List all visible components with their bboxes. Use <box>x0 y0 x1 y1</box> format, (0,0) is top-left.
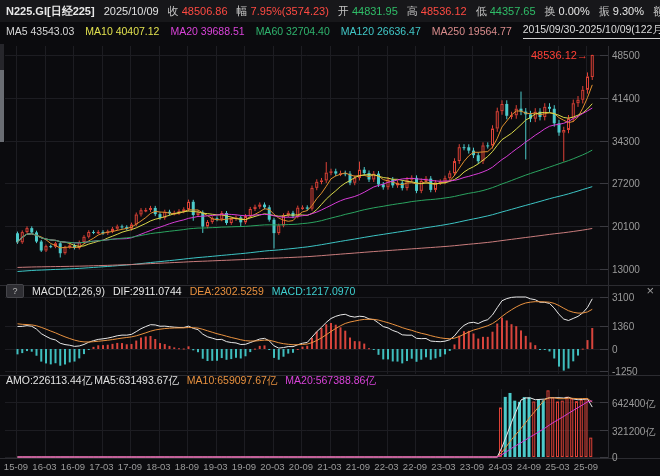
quote-field: 换0.00% <box>545 4 590 19</box>
price-axis-label: 34300 <box>612 136 640 147</box>
amo-ma5-value: MA5:631493.67亿 <box>94 374 179 388</box>
x-axis-label: 25-03 <box>545 461 569 472</box>
x-axis-label: 19-03 <box>203 461 227 472</box>
price-axis-label: 48500 <box>612 50 640 61</box>
price-axis-label: 41400 <box>612 93 640 104</box>
x-axis-label: 20-03 <box>260 461 284 472</box>
macd-dea-value: DEA:2302.5259 <box>190 285 264 297</box>
macd-axis-label: 0 <box>612 344 618 355</box>
symbol-name: N225.GI[日经225] <box>6 4 95 19</box>
left-scrollbar-fragment[interactable] <box>0 70 4 142</box>
x-axis: 15-0916-0316-0917-0317-0918-0318-0919-03… <box>0 461 660 476</box>
ma-legend-item: MA20 39688.51 <box>170 25 244 37</box>
quote-field: 额226113.44亿 <box>653 4 660 19</box>
x-axis-label: 24-09 <box>517 461 541 472</box>
amo-ma10-value: MA10:659097.67亿 <box>187 374 277 388</box>
macd-macd-value: MACD:1217.0970 <box>272 285 355 297</box>
x-axis-label: 17-03 <box>89 461 113 472</box>
help-icon[interactable]: ? <box>6 284 24 298</box>
ma-legend-item: MA10 40407.12 <box>85 25 159 37</box>
stock-chart-window: N225.GI[日经225] 2025/10/09 收48506.86幅7.95… <box>0 0 660 476</box>
ma-legend-item: MA250 19564.77 <box>432 25 512 37</box>
quote-date: 2025/10/09 <box>104 5 159 17</box>
amo-pane-header: AMO:226113.44亿 MA5:631493.67亿 MA10:65909… <box>0 375 660 387</box>
quote-field: 低44357.65 <box>476 4 536 19</box>
x-axis-label: 21-09 <box>346 461 370 472</box>
close-icon[interactable]: × <box>646 286 654 296</box>
quote-field: 收48506.86 <box>168 4 228 19</box>
macd-dif-value: DIF:2911.0744 <box>113 285 182 297</box>
quote-field: 振9.30% <box>599 4 644 19</box>
ma-legend-item: MA60 32704.40 <box>256 25 330 37</box>
last-price-annotation: 48536.12→ <box>531 49 588 61</box>
x-axis-label: 25-09 <box>574 461 598 472</box>
x-axis-label: 23-03 <box>431 461 455 472</box>
macd-title: MACD(12,26,9) <box>32 285 105 297</box>
x-axis-label: 15-09 <box>4 461 28 472</box>
x-axis-label: 22-09 <box>403 461 427 472</box>
ma-legend-item: MA5 43543.03 <box>6 25 74 37</box>
ma-legend-item: MA120 26636.47 <box>341 25 421 37</box>
macd-pane-header: ? MACD(12,26,9) DIF:2911.0744 DEA:2302.5… <box>0 284 660 297</box>
price-axis-label: 20100 <box>612 221 640 232</box>
ma-legend-bar: MA5 43543.03MA10 40407.12MA20 39688.51MA… <box>0 22 660 40</box>
x-axis-label: 23-09 <box>460 461 484 472</box>
ma-legend-items: MA5 43543.03MA10 40407.12MA20 39688.51MA… <box>6 25 512 37</box>
left-edge-panel <box>0 44 4 70</box>
x-axis-label: 21-03 <box>317 461 341 472</box>
quote-field: 幅7.95%(3574.23) <box>237 4 329 19</box>
x-axis-label: 22-03 <box>374 461 398 472</box>
quote-field: 开44831.95 <box>338 4 398 19</box>
date-range-selector[interactable]: 2015/09/30-2025/10/09(122月) <box>523 23 660 39</box>
x-axis-label: 17-09 <box>118 461 142 472</box>
price-axis-label: 27200 <box>612 178 640 189</box>
quote-bar: N225.GI[日经225] 2025/10/09 收48506.86幅7.95… <box>0 0 660 22</box>
x-axis-label: 18-09 <box>175 461 199 472</box>
price-axis-label: 13000 <box>612 264 640 275</box>
x-axis-label: 16-03 <box>32 461 56 472</box>
kline-chart-canvas[interactable] <box>0 0 660 476</box>
volume-axis-label: 321200亿 <box>612 425 655 439</box>
x-axis-label: 18-03 <box>146 461 170 472</box>
quote-field: 高48536.12 <box>407 4 467 19</box>
x-axis-label: 20-09 <box>289 461 313 472</box>
x-axis-label: 24-03 <box>488 461 512 472</box>
amo-value: AMO:226113.44亿 <box>6 374 92 388</box>
x-axis-label: 16-09 <box>61 461 85 472</box>
x-axis-label: 19-09 <box>232 461 256 472</box>
amo-ma20-value: MA20:567388.86亿 <box>285 374 375 388</box>
volume-axis-label: 642400亿 <box>612 397 655 411</box>
range-selector-group: 2015/09/30-2025/10/09(122月) <box>523 23 660 39</box>
quote-fields: 收48506.86幅7.95%(3574.23)开44831.95高48536.… <box>168 4 660 19</box>
macd-axis-label: 1360 <box>612 321 634 332</box>
